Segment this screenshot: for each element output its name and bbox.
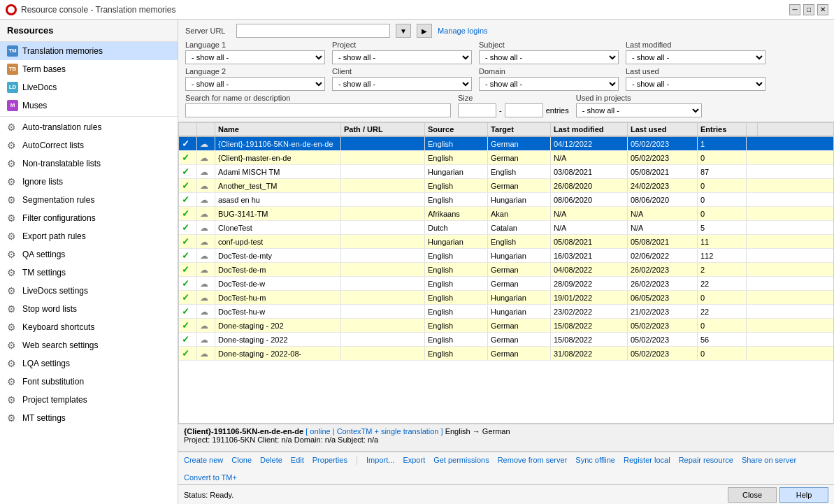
- size-min-input[interactable]: [458, 103, 496, 117]
- row-icon: ☁: [197, 249, 215, 262]
- sidebar-item-project-templates[interactable]: ⚙ Project templates: [0, 391, 178, 409]
- col-path[interactable]: Path / URL: [341, 123, 425, 136]
- row-entries: 22: [698, 305, 747, 318]
- row-target: Akan: [488, 207, 551, 220]
- sync-offline-button[interactable]: Sync offline: [575, 456, 615, 464]
- table-row[interactable]: ✓ ☁ asasd en hu English Hungarian 08/06/…: [179, 193, 833, 207]
- last-used-select[interactable]: - show all -: [626, 77, 765, 91]
- sidebar-item-export-path-rules[interactable]: ⚙ Export path rules: [0, 227, 178, 245]
- remove-from-server-button[interactable]: Remove from server: [498, 456, 568, 464]
- convert-to-tm-button[interactable]: Convert to TM+: [184, 473, 237, 482]
- row-source: Hungarian: [425, 165, 488, 178]
- row-last-used: 05/08/2021: [628, 235, 698, 248]
- col-last-modified[interactable]: Last modified: [551, 123, 628, 136]
- sidebar-item-web-search-settings[interactable]: ⚙ Web search settings: [0, 336, 178, 354]
- domain-select[interactable]: - show all -: [479, 77, 619, 91]
- table-row[interactable]: ✓ ☁ DocTest-de-w English German 28/09/20…: [179, 277, 833, 291]
- sidebar-item-translation-memories[interactable]: TM Translation memories: [0, 42, 178, 60]
- col-entries[interactable]: Entries: [698, 123, 747, 136]
- create-new-button[interactable]: Create new: [184, 456, 223, 464]
- table-row[interactable]: ✓ ☁ Done-staging - 2022 English German 1…: [179, 333, 833, 347]
- export-button[interactable]: Export: [403, 456, 425, 464]
- table-row[interactable]: ✓ ☁ conf-upd-test Hungarian English 05/0…: [179, 235, 833, 249]
- language1-select[interactable]: - show all -: [185, 50, 325, 64]
- last-modified-select[interactable]: - show all -: [626, 50, 765, 64]
- table-row[interactable]: ✓ ☁ DocTest-hu-m English Hungarian 19/01…: [179, 291, 833, 305]
- sidebar-item-tm-settings[interactable]: ⚙ TM settings: [0, 264, 178, 282]
- sidebar-item-non-translatable-lists[interactable]: ⚙ Non-translatable lists: [0, 154, 178, 173]
- row-path: [341, 347, 425, 360]
- row-check: ✓: [179, 165, 197, 178]
- clone-button[interactable]: Clone: [231, 456, 252, 464]
- server-url-input[interactable]: [236, 24, 390, 38]
- repair-resource-button[interactable]: Repair resource: [679, 456, 733, 464]
- properties-button[interactable]: Properties: [312, 456, 347, 464]
- server-url-go-button[interactable]: ▶: [417, 24, 432, 38]
- search-input[interactable]: [185, 103, 451, 117]
- used-in-projects-select[interactable]: - show all -: [576, 103, 702, 117]
- table-row[interactable]: ✓ ☁ Another_test_TM English German 26/08…: [179, 179, 833, 193]
- row-path: [341, 207, 425, 220]
- col-source[interactable]: Source: [425, 123, 488, 136]
- size-max-input[interactable]: [505, 103, 543, 117]
- row-target: German: [488, 333, 551, 346]
- table-row[interactable]: ✓ ☁ DocTest-de-m English German 04/08/20…: [179, 263, 833, 277]
- close-button[interactable]: ✕: [817, 4, 828, 15]
- sidebar-item-livedocs[interactable]: LD LiveDocs: [0, 78, 178, 96]
- sidebar-item-auto-translation-rules[interactable]: ⚙ Auto-translation rules: [0, 118, 178, 136]
- table-row[interactable]: ✓ ☁ Done-staging - 202 English German 15…: [179, 319, 833, 333]
- row-icon: ☁: [197, 319, 215, 332]
- table-row[interactable]: ✓ ☁ Adami MISCH TM Hungarian English 03/…: [179, 165, 833, 179]
- sidebar-item-muses[interactable]: M Muses: [0, 96, 178, 115]
- subject-select[interactable]: - show all -: [479, 50, 619, 64]
- language2-label: Language 2: [185, 67, 325, 75]
- sidebar-label-non-translatable-lists: Non-translatable lists: [22, 159, 101, 168]
- table-row[interactable]: ✓ ☁ DocTest-de-mty English Hungarian 16/…: [179, 249, 833, 263]
- sidebar-item-keyboard-shortcuts[interactable]: ⚙ Keyboard shortcuts: [0, 318, 178, 336]
- table-row[interactable]: ✓ ☁ DocTest-hu-w English Hungarian 23/02…: [179, 305, 833, 319]
- client-select[interactable]: - show all -: [332, 77, 472, 91]
- table-row[interactable]: ✓ ☁ CloneTest Dutch Catalan N/A N/A 5: [179, 221, 833, 235]
- close-button[interactable]: Close: [728, 487, 777, 503]
- sidebar-item-term-bases[interactable]: TB Term bases: [0, 60, 178, 78]
- sidebar-item-autocorrect-lists[interactable]: ⚙ AutoCorrect lists: [0, 136, 178, 154]
- row-last-used: 05/08/2021: [628, 165, 698, 178]
- delete-button[interactable]: Delete: [260, 456, 282, 464]
- minimize-button[interactable]: ─: [789, 4, 800, 15]
- sidebar-item-mt-settings[interactable]: ⚙ MT settings: [0, 409, 178, 427]
- table-row[interactable]: ✓ ☁ BUG-3141-TM Afrikaans Akan N/A N/A 0: [179, 207, 833, 221]
- row-source: Hungarian: [425, 235, 488, 248]
- sidebar-item-filter-configurations[interactable]: ⚙ Filter configurations: [0, 209, 178, 227]
- language2-select[interactable]: - show all -: [185, 77, 325, 91]
- register-local-button[interactable]: Register local: [624, 456, 670, 464]
- row-entries: 5: [698, 221, 747, 234]
- row-check: ✓: [179, 235, 197, 248]
- help-button[interactable]: Help: [779, 487, 828, 503]
- col-last-used[interactable]: Last used: [628, 123, 698, 136]
- maximize-button[interactable]: □: [803, 4, 814, 15]
- col-name[interactable]: Name: [215, 123, 341, 136]
- import-button[interactable]: Import...: [366, 456, 394, 464]
- sidebar-item-livedocs-settings[interactable]: ⚙ LiveDocs settings: [0, 282, 178, 300]
- sidebar: Resources TM Translation memories TB Ter…: [0, 20, 178, 504]
- table-body: ✓ ☁ {Client}-191106-5KN-en-de-en-de Engl…: [179, 137, 833, 423]
- share-on-server-button[interactable]: Share on server: [742, 456, 796, 464]
- server-url-dropdown-button[interactable]: ▼: [396, 24, 411, 38]
- table-row[interactable]: ✓ ☁ Done-staging - 2022-08- English Germ…: [179, 347, 833, 361]
- project-select[interactable]: - show all -: [332, 50, 472, 64]
- row-last-used: 05/02/2023: [628, 347, 698, 360]
- sidebar-item-ignore-lists[interactable]: ⚙ Ignore lists: [0, 173, 178, 191]
- table-row[interactable]: ✓ ☁ {Client}-191106-5KN-en-de-en-de Engl…: [179, 137, 833, 151]
- row-entries: 0: [698, 319, 747, 332]
- sidebar-item-font-substitution[interactable]: ⚙ Font substitution: [0, 373, 178, 391]
- manage-logins-link[interactable]: Manage logins: [438, 27, 488, 35]
- sidebar-item-segmentation-rules[interactable]: ⚙ Segmentation rules: [0, 191, 178, 209]
- sidebar-item-lqa-settings[interactable]: ⚙ LQA settings: [0, 354, 178, 373]
- table-row[interactable]: ✓ ☁ {Client}-master-en-de English German…: [179, 151, 833, 165]
- row-last-modified: 08/06/2020: [551, 193, 628, 206]
- edit-button[interactable]: Edit: [291, 456, 304, 464]
- sidebar-item-qa-settings[interactable]: ⚙ QA settings: [0, 245, 178, 264]
- get-permissions-button[interactable]: Get permissions: [433, 456, 489, 464]
- sidebar-item-stop-word-lists[interactable]: ⚙ Stop word lists: [0, 300, 178, 318]
- col-target[interactable]: Target: [488, 123, 551, 136]
